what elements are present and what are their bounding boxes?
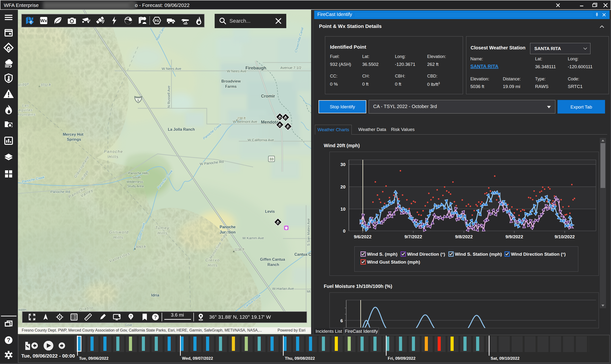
- svg-text:?: ?: [7, 337, 11, 343]
- svg-text:20: 20: [340, 184, 345, 189]
- svg-text:33: 33: [270, 157, 274, 161]
- svg-text:Broadview: Broadview: [221, 79, 241, 83]
- svg-text:Ciervo: Ciervo: [205, 258, 220, 262]
- svg-text:Las: Las: [22, 103, 29, 107]
- svg-text:Hills: Hills: [113, 235, 124, 239]
- svg-text:?: ?: [130, 314, 132, 318]
- svg-text:W Belmont Ave: W Belmont Ave: [233, 119, 257, 124]
- svg-text:FG: FG: [154, 19, 159, 23]
- svg-text:Panoche Hills: Panoche Hills: [128, 171, 149, 175]
- svg-text:Mercey Hot: Mercey Hot: [63, 132, 83, 136]
- svg-text:Aguilas: Aguilas: [18, 108, 33, 112]
- svg-text:Tumey: Tumey: [155, 226, 170, 230]
- svg-text:?: ?: [154, 314, 157, 320]
- svg-text:Wx: Wx: [40, 18, 47, 23]
- svg-text:water: water: [18, 308, 27, 312]
- svg-text:30: 30: [340, 162, 345, 167]
- svg-text:Panoche Rd: Panoche Rd: [50, 190, 70, 194]
- svg-text:Firebaugh: Firebaugh: [245, 65, 266, 70]
- svg-text:Cantua Cr: Cantua Cr: [294, 252, 311, 256]
- svg-text:Avenue 7 1/2: Avenue 7 1/2: [280, 65, 301, 70]
- svg-text:Panoche: Panoche: [104, 150, 123, 154]
- svg-text:1138 ft: 1138 ft: [234, 247, 244, 251]
- svg-text:9/8/2022: 9/8/2022: [455, 234, 473, 239]
- svg-text:Springs: Springs: [67, 137, 81, 142]
- svg-text:9/7/2022: 9/7/2022: [405, 234, 422, 239]
- svg-text:0: 0: [343, 229, 345, 234]
- svg-text:Hills: Hills: [158, 231, 168, 235]
- svg-text:Mountains: Mountains: [18, 112, 36, 117]
- svg-text:South: South: [132, 176, 141, 179]
- svg-text:Idria: Idria: [151, 293, 159, 297]
- svg-text:Mt: Mt: [307, 290, 311, 293]
- svg-text:3711 ft: 3711 ft: [41, 83, 51, 87]
- svg-text:La Jolla Ranch: La Jolla Ranch: [168, 127, 195, 131]
- svg-text:W Kamm Ave: W Kamm Ave: [242, 236, 264, 240]
- svg-text:Goat: Goat: [125, 323, 132, 327]
- svg-text:Griswold: Griswold: [109, 230, 129, 234]
- svg-text:6: 6: [340, 318, 343, 323]
- svg-text:Levis: Levis: [265, 209, 275, 213]
- svg-text:36° 31.88' N, 120° 19.17' W: 36° 31.88' N, 120° 19.17' W: [209, 314, 271, 320]
- svg-text:Mendota: Mendota: [261, 120, 279, 125]
- svg-text:Farms: Farms: [225, 84, 237, 89]
- svg-text:Hills: Hills: [109, 155, 119, 159]
- svg-text:Giffen Cantua: Giffen Cantua: [260, 257, 285, 261]
- svg-text:Hills: Hills: [208, 263, 218, 267]
- svg-text:Panoche: Panoche: [220, 225, 236, 229]
- svg-text:N Russell Ave: N Russell Ave: [167, 86, 171, 108]
- svg-text:9/9/2022: 9/9/2022: [505, 234, 523, 239]
- svg-text:W Nees Ave: W Nees Ave: [227, 69, 246, 73]
- svg-text:S San Mateo Ave: S San Mateo Ave: [306, 218, 310, 246]
- svg-text:W Nees Ave: W Nees Ave: [162, 66, 181, 71]
- svg-text:Ranch: Ranch: [267, 263, 279, 267]
- svg-text:Cromir: Cromir: [261, 94, 275, 99]
- svg-text:3.6 mi: 3.6 mi: [171, 312, 184, 317]
- svg-text:W Harlan Ave: W Harlan Ave: [272, 286, 294, 290]
- svg-text:5: 5: [137, 99, 139, 102]
- svg-text:9/6/2022: 9/6/2022: [354, 234, 371, 239]
- svg-text:9/10/2022: 9/10/2022: [555, 234, 575, 239]
- svg-text:Study Area: Study Area: [127, 184, 144, 188]
- svg-text:Wilderness: Wilderness: [127, 180, 143, 184]
- svg-text:3093 ft: 3093 ft: [135, 245, 146, 249]
- svg-text:W California Ave: W California Ave: [248, 138, 274, 142]
- svg-text:10: 10: [340, 207, 345, 212]
